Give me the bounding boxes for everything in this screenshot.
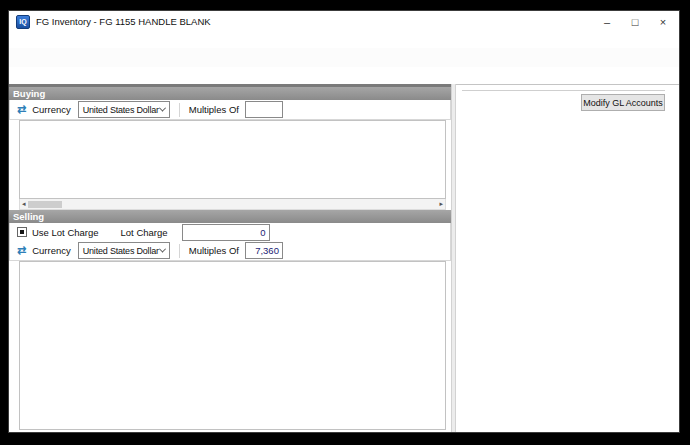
tab-bar xyxy=(9,67,679,84)
buying-currency-select[interactable]: United States Dollar xyxy=(78,101,170,118)
buying-grid xyxy=(19,120,446,199)
details-pane: Modify GL Accounts xyxy=(456,84,679,432)
buying-toolbar: ⇄ Currency United States Dollar Multiple… xyxy=(9,100,451,120)
minimize-button[interactable]: – xyxy=(593,12,621,31)
chevron-down-icon xyxy=(159,105,166,112)
use-lot-charge-checkbox[interactable] xyxy=(17,227,27,237)
selling-currency-select[interactable]: United States Dollar xyxy=(78,242,170,259)
buying-grid-hscrollbar[interactable]: ◂ ▸ xyxy=(19,199,446,210)
close-button[interactable]: × xyxy=(649,12,677,31)
menu-bar xyxy=(9,32,679,48)
selling-multiples-input[interactable]: 7,360 xyxy=(245,242,283,259)
hscroll-thumb[interactable] xyxy=(28,201,62,208)
toolbar-separator xyxy=(179,103,180,117)
selling-multiples-label: Multiples Of xyxy=(189,245,239,256)
buying-section-header: Buying xyxy=(9,87,451,100)
buying-currency-label: Currency xyxy=(32,104,71,115)
main-toolbar xyxy=(9,48,679,67)
currency-icon: ⇄ xyxy=(17,104,26,115)
maximize-button[interactable]: □ xyxy=(621,12,649,31)
chevron-down-icon xyxy=(159,246,166,253)
lot-charge-label: Lot Charge xyxy=(121,227,168,238)
scroll-left-icon[interactable]: ◂ xyxy=(22,200,26,208)
pricing-pane: Buying ⇄ Currency United States Dollar M… xyxy=(9,84,451,432)
selling-section-header: Selling xyxy=(9,210,451,223)
title-bar: IQ FG Inventory - FG 1155 HANDLE BLANK –… xyxy=(9,11,679,32)
buying-multiples-input[interactable] xyxy=(245,101,283,118)
lot-charge-row: Use Lot Charge Lot Charge 0 xyxy=(9,223,451,241)
scroll-right-icon[interactable]: ▸ xyxy=(439,200,443,208)
lot-charge-input[interactable]: 0 xyxy=(182,224,270,241)
app-window: IQ FG Inventory - FG 1155 HANDLE BLANK –… xyxy=(8,10,680,433)
modify-gl-accounts-button[interactable]: Modify GL Accounts xyxy=(581,94,665,111)
selling-toolbar: ⇄ Currency United States Dollar Multiple… xyxy=(9,241,451,261)
buying-multiples-label: Multiples Of xyxy=(189,104,239,115)
section-divider xyxy=(462,90,665,91)
window-title: FG Inventory - FG 1155 HANDLE BLANK xyxy=(36,16,211,27)
selling-currency-label: Currency xyxy=(32,245,71,256)
app-icon: IQ xyxy=(16,15,30,29)
currency-icon: ⇄ xyxy=(17,245,26,256)
use-lot-charge-label: Use Lot Charge xyxy=(32,227,99,238)
toolbar-separator xyxy=(179,244,180,258)
selling-grid xyxy=(19,261,446,430)
